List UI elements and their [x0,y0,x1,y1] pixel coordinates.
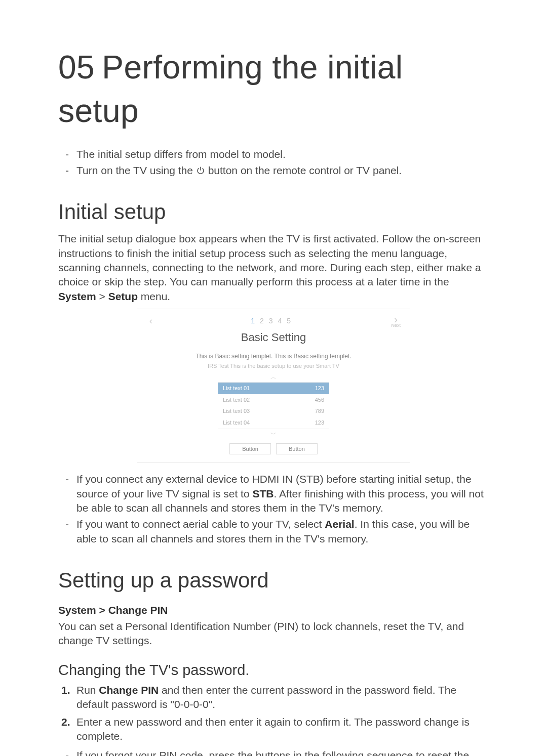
step-1: 1 [251,317,260,325]
step-2: 2 [260,317,269,325]
dialog-buttons: Button Button [146,443,401,454]
text: If you forgot your PIN code, press the b… [76,749,469,756]
list-item: Enter a new password and then enter it a… [74,715,489,744]
bold-text: System [58,290,96,302]
text: menu. [138,290,170,302]
list-item-value: 123 [315,385,324,392]
intro-bullets: The initial setup differs from model to … [58,147,489,178]
dialog-list: List text 01 123 List text 02 456 List t… [218,382,329,429]
ordered-steps: Run Change PIN and then enter the curren… [58,683,489,743]
text: The initial setup dialogue box appears w… [58,233,481,287]
crumb-a: System [58,604,96,616]
chapter-number: 05 [58,46,95,89]
text: Enter a new password and then enter it a… [76,716,470,742]
prev-arrow-icon[interactable]: ‹ [146,315,155,327]
next-label: Next [391,323,401,328]
text: If you want to connect aerial cable to y… [76,518,325,530]
text: The initial setup differs from model to … [76,148,286,160]
dialog-button-2[interactable]: Button [276,443,318,454]
setup-dialog-figure: ‹ 12345 › Next Basic Setting This is Bas… [137,309,410,463]
list-item[interactable]: List text 03 789 [218,405,329,417]
dialog-button-1[interactable]: Button [229,443,271,454]
list-item: Run Change PIN and then enter the curren… [74,683,489,712]
section-heading-initial-setup: Initial setup [58,198,489,227]
list-item-value: 123 [315,419,324,427]
subsection-heading-change-password: Changing the TV's password. [58,660,489,680]
breadcrumb: System > Change PIN [58,603,489,617]
list-item: If you forgot your PIN code, press the b… [74,748,489,756]
list-item[interactable]: List text 02 456 [218,394,329,406]
step-4: 4 [278,317,287,325]
list-item-label: List text 01 [223,385,250,392]
list-item: The initial setup differs from model to … [74,147,489,161]
list-item-value: 456 [315,396,324,404]
list-item-label: List text 04 [223,419,250,427]
bold-text: Change PIN [99,684,159,696]
section-paragraph: The initial setup dialogue box appears w… [58,232,489,304]
bold-text: STB [252,488,274,499]
list-item[interactable]: List text 01 123 [218,383,329,394]
crumb-b: Change PIN [108,604,168,616]
step-5: 5 [287,317,296,325]
bold-text: Aerial [325,518,354,530]
list-item: If you connect any external device to HD… [74,472,489,515]
power-icon [196,166,205,175]
list-item-label: List text 03 [223,407,250,415]
setup-dialog: ‹ 12345 › Next Basic Setting This is Bas… [137,309,410,463]
dialog-title: Basic Setting [146,330,401,345]
step-3: 3 [269,317,278,325]
page: 05Performing the initial setup The initi… [0,0,547,756]
list-item-value: 789 [315,407,324,415]
text: > [96,290,108,302]
chevron-down-icon[interactable]: ﹀ [146,430,401,438]
text: Run [76,684,99,696]
section-notes: If you connect any external device to HD… [58,472,489,546]
bold-text: Setup [108,290,138,302]
list-item-label: List text 02 [223,396,250,404]
dialog-subtitle-2: IRS Test This is the basic setup to use … [146,362,401,370]
step-indicator: 12345 [251,316,296,326]
list-item[interactable]: List text 04 123 [218,417,329,429]
chapter-heading: 05Performing the initial setup [58,46,489,133]
section-paragraph: You can set a Personal Identification Nu… [58,619,489,648]
list-item: If you want to connect aerial cable to y… [74,517,489,546]
text: button on the remote control or TV panel… [208,164,402,176]
chapter-title: Performing the initial setup [58,49,403,129]
text: Turn on the TV using the [76,164,196,176]
crumb-sep: > [96,604,108,616]
dialog-subtitle-1: This is Basic setting templet. This is B… [146,352,401,360]
chevron-up-icon[interactable]: ︿ [146,373,401,381]
pin-reset-note: If you forgot your PIN code, press the b… [58,748,489,756]
list-item: Turn on the TV using the button on the r… [74,163,489,178]
section-heading-password: Setting up a password [58,566,489,595]
